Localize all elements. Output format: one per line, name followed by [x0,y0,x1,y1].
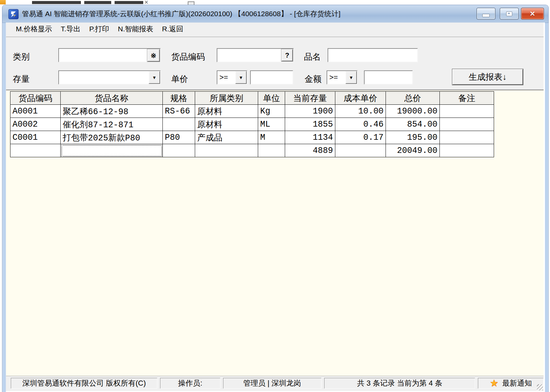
category-label: 类别 [13,51,30,62]
table-cell[interactable]: 20049.00 [386,144,440,157]
title-bar: 管易通 AI 智能进销存管理系统-云联版(小红书推广版)(2026020100)… [2,5,548,23]
close-icon: ✕ [530,10,536,17]
menu-bar: M.价格显示 T.导出 P.打印 N.智能报表 R.返回 [6,23,544,35]
latest-notice-link[interactable]: ★ 最新通知 [478,378,544,389]
menu-item-return[interactable]: R.返回 [158,24,188,34]
app-icon [8,9,19,19]
table-cell[interactable] [440,118,494,131]
table-header-row: 货品编码 货品名称 规格 所属类别 单位 当前存量 成本单价 总价 备注 [10,92,494,105]
table-cell[interactable]: 19000.00 [386,105,440,118]
star-icon: ★ [490,379,498,388]
table-cell[interactable] [440,105,494,118]
column-header[interactable]: 规格 [163,92,195,105]
unit-price-operator-value: >= [217,71,235,84]
app-window: 管易通 AI 智能进销存管理系统-云联版(小红书推广版)(2026020100)… [2,5,549,392]
clipped-text-fragment [84,1,111,4]
table-cell[interactable]: 原材料 [195,105,258,118]
resize-grip-icon[interactable] [537,384,543,390]
table-cell[interactable] [163,144,195,157]
menu-item-print[interactable]: P.打印 [85,24,114,34]
minimize-icon [482,14,490,17]
table-cell[interactable]: A0002 [10,118,61,131]
restore-button[interactable] [500,8,519,20]
table-cell[interactable] [10,144,61,157]
table-cell[interactable] [440,131,494,144]
copyright-text: 深圳管易通软件有限公司 版权所有(C) [11,378,157,389]
chevron-down-icon[interactable]: ▼ [235,71,247,84]
chevron-down-icon[interactable]: ▼ [149,71,160,84]
item-name-input[interactable] [328,48,418,62]
table-cell[interactable]: 催化剂87-12-871 [61,118,163,131]
stock-dropdown[interactable]: ▼ [58,70,161,85]
restore-icon [506,11,512,16]
report-area: 货品编码 货品名称 规格 所属类别 单位 当前存量 成本单价 总价 备注 A00… [6,90,544,376]
unit-price-input[interactable] [250,70,293,85]
clipped-text-fragment [32,1,81,4]
operator-value: 管理员 | 深圳龙岗 [223,378,322,389]
totals-row: 488920049.00 [10,144,494,157]
table-cell[interactable]: C0001 [10,131,61,144]
table-cell[interactable] [258,144,285,157]
category-input[interactable] [58,48,161,62]
amount-operator-value: >= [327,71,345,84]
unit-price-operator-dropdown[interactable]: >= ▼ [217,70,247,85]
close-button[interactable]: ✕ [521,8,544,20]
item-code-lookup-button[interactable]: ? [281,49,293,61]
table-cell[interactable]: 1855 [285,118,335,131]
table-cell[interactable]: 10.00 [335,105,386,118]
operator-label: 操作员: [160,378,220,389]
category-clear-button[interactable]: ※ [147,49,160,62]
table-cell[interactable]: 原材料 [195,118,258,131]
table-row: A0002催化剂87-12-871原材料ML18550.46854.00 [10,118,494,131]
background-window-sliver: ✕ [0,0,550,5]
item-code-label: 货品编码 [171,51,205,62]
table-cell[interactable]: 195.00 [386,131,440,144]
table-cell[interactable]: M [258,131,285,144]
screen: ✕ 管易通 AI 智能进销存管理系统-云联版(小红书推广版)(202602010… [0,0,550,392]
table-cell[interactable]: 1134 [285,131,335,144]
item-name-label: 品名 [304,51,321,62]
minimize-button[interactable] [477,8,495,20]
table-cell[interactable] [440,144,494,157]
table-cell[interactable]: A0001 [10,105,61,118]
amount-input[interactable] [364,70,413,85]
status-bar: 深圳管易通软件有限公司 版权所有(C) 操作员: 管理员 | 深圳龙岗 共 3 … [6,376,544,391]
column-header[interactable]: 总价 [386,92,440,105]
table-cell[interactable]: 1900 [285,105,335,118]
amount-label: 金额 [305,73,322,85]
table-cell[interactable]: 打包带2025新款P80 [61,131,163,144]
table-cell[interactable]: 0.46 [335,118,386,131]
table-cell[interactable] [61,144,163,157]
table-cell[interactable]: 0.17 [335,131,386,144]
column-header[interactable]: 备注 [440,92,494,105]
clipped-text-fragment [115,1,143,4]
amount-operator-dropdown[interactable]: >= ▼ [327,70,358,85]
table-row: A0001聚乙稀66-12-98RS-66原材料Kg190010.0019000… [10,105,494,118]
table-cell[interactable]: 4889 [285,144,335,157]
menu-item-export[interactable]: T.导出 [56,24,85,34]
column-header[interactable]: 当前存量 [285,92,335,105]
filter-panel: 类别 ※ 货品编码 ? 品名 存量 ▼ 单价 >= ▼ [6,37,544,90]
generate-report-button[interactable]: 生成报表↓ [452,69,523,85]
table-cell[interactable]: ML [258,118,285,131]
background-window-corner [0,0,6,4]
table-cell[interactable]: P80 [163,131,195,144]
table-row: C0001打包带2025新款P80P80产成品M11340.17195.00 [10,131,494,144]
table-cell[interactable] [163,118,195,131]
column-header[interactable]: 单位 [258,92,285,105]
table-cell[interactable]: 聚乙稀66-12-98 [61,105,163,118]
table-cell[interactable]: RS-66 [163,105,195,118]
column-header[interactable]: 货品编码 [10,92,61,105]
column-header[interactable]: 成本单价 [335,92,386,105]
chevron-down-icon[interactable]: ▼ [345,71,357,84]
menu-item-price-display[interactable]: M.价格显示 [11,24,56,34]
table-cell[interactable] [195,144,258,157]
table-cell[interactable] [335,144,386,157]
column-header[interactable]: 货品名称 [61,92,163,105]
menu-item-smart-report[interactable]: N.智能报表 [114,24,158,34]
column-header[interactable]: 所属类别 [195,92,258,105]
inventory-table: 货品编码 货品名称 规格 所属类别 单位 当前存量 成本单价 总价 备注 A00… [10,91,494,157]
table-cell[interactable]: 产成品 [195,131,258,144]
table-cell[interactable]: Kg [258,105,285,118]
table-cell[interactable]: 854.00 [386,118,440,131]
